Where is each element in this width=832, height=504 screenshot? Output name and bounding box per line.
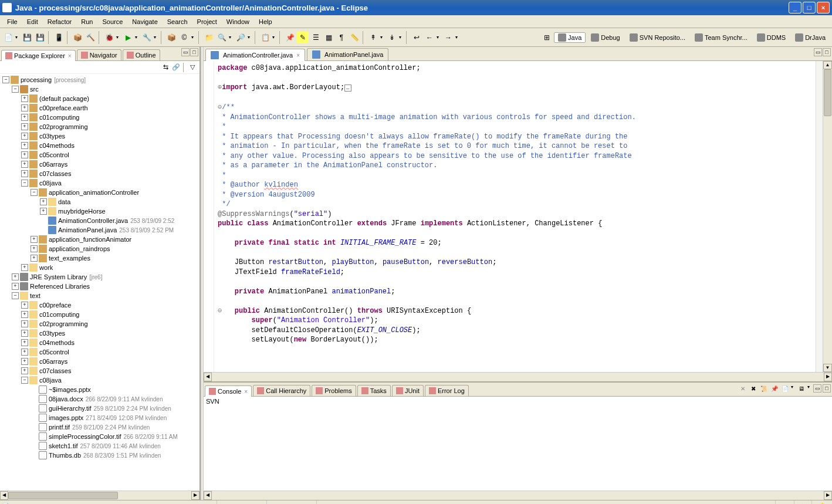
bottom-minimize-button[interactable]: ▭ [813,384,821,393]
perspective-ddms[interactable]: DDMS [753,32,790,43]
highlight-button[interactable]: ✎ [297,32,309,43]
collapse-all-button[interactable]: ⇆ [161,63,170,72]
tree-item[interactable]: −src [0,84,199,94]
pin-button[interactable]: 📌 [284,32,296,43]
tree-toggle[interactable]: + [21,142,28,149]
tree-item[interactable]: +c01computing [0,113,199,122]
run-button[interactable]: ▶ [122,32,134,43]
open-task-dropdown[interactable]: ▾ [229,35,234,40]
tree-item[interactable]: +text_examples [0,253,199,263]
editor-minimize-button[interactable]: ▭ [814,48,822,56]
tree-item[interactable]: +JRE System Library[jre6] [0,272,199,282]
tree-toggle[interactable]: + [21,264,28,271]
tree-item[interactable]: +c00preface [0,300,199,310]
tree-item[interactable]: +c05control [0,347,199,357]
view-tab-package-explorer[interactable]: Package Explorer× [1,50,76,61]
search-button[interactable]: 🔎 [235,32,246,43]
tree-item[interactable]: sketch1.tif257 8/20/09 11:46 AM kvlinden [0,441,199,451]
tree-item[interactable]: +c07classes [0,366,199,376]
view-tab-navigator[interactable]: Navigator [77,49,121,60]
debug-dropdown[interactable]: ▾ [116,35,121,40]
view-menu-button[interactable]: ▽ [188,63,197,72]
bottom-tab-call-hierarchy[interactable]: Call Hierarchy [253,385,310,396]
status-updates-button[interactable]: ⬆ [794,500,811,504]
tree-item[interactable]: printf.tif259 8/21/09 2:24 PM kvlinden [0,422,199,432]
tree-item[interactable]: guiHierarchy.tif259 8/21/09 2:24 PM kvli… [0,404,199,413]
status-tip-button[interactable]: 💡 [811,500,832,504]
menu-refactor[interactable]: Refactor [43,17,77,26]
status-gc-button[interactable]: 🗑 [775,500,794,504]
bottom-tab-junit[interactable]: JUnit [392,385,424,396]
close-button[interactable]: × [817,2,830,13]
console-pin-button[interactable]: 📌 [770,384,779,394]
tree-item[interactable]: images.pptx271 8/24/09 12:08 PM kvlinden [0,413,199,422]
open-type-button[interactable]: 📁 [203,32,215,43]
tree-item[interactable]: +application_functionAnimator [0,235,199,244]
search-dropdown[interactable]: ▾ [248,35,252,40]
tree-item[interactable]: +(default package) [0,94,199,103]
tree-toggle[interactable]: − [31,189,38,196]
bottom-maximize-button[interactable]: □ [823,384,831,393]
forward-button[interactable]: → [442,32,454,43]
new-button[interactable]: 📄 [2,32,14,43]
tree-item[interactable]: +c07classes [0,169,199,178]
tree-item[interactable]: +c00preface.earth [0,103,199,113]
open-perspective-button[interactable]: ⊞ [541,32,553,43]
console-body[interactable]: SVN [204,397,832,491]
tree-toggle[interactable]: + [21,358,28,365]
open-task-button[interactable]: 🔍 [216,32,228,43]
run-ext-dropdown[interactable]: ▾ [154,35,158,40]
tree-item[interactable]: Thumbs.db268 8/23/09 1:51 PM kvlinden [0,451,199,460]
tree-item[interactable]: +c06arrays [0,160,199,169]
next-annot-button[interactable]: ↡ [386,32,398,43]
menu-project[interactable]: Project [192,17,222,26]
tree-item[interactable]: +c04methods [0,338,199,347]
link-editor-button[interactable]: 🔗 [171,63,181,72]
block-button[interactable]: ▦ [323,32,334,43]
tree-item[interactable]: AnimationPanel.java253 8/19/09 2:52 PM [0,225,199,235]
tree-toggle[interactable]: − [12,86,19,93]
menu-file[interactable]: File [2,17,22,26]
perspective-svnreposito[interactable]: SVN Reposito... [625,32,689,43]
editor-scrollbar-v[interactable]: ▲ ▼ [823,61,832,372]
perspective-java[interactable]: Java [554,32,586,43]
tree-scrollbar-h[interactable]: ◀ ▶ [0,491,199,500]
tree-toggle[interactable]: + [21,170,28,177]
menu-search[interactable]: Search [163,17,192,26]
minimize-button[interactable]: _ [789,2,801,13]
new-class-button[interactable]: © [178,32,190,43]
view-tab-outline[interactable]: Outline [123,49,160,60]
overview-ruler[interactable] [816,61,823,372]
back-button[interactable]: ← [424,32,435,43]
tree-toggle[interactable]: + [21,114,28,121]
editor-gutter[interactable] [204,61,214,372]
tree-item[interactable]: AnimationController.java253 8/19/09 2:52 [0,216,199,225]
menu-window[interactable]: Window [222,17,254,26]
bottom-tab-problems[interactable]: Problems [312,385,356,396]
tree-toggle[interactable]: + [21,320,28,327]
tree-item[interactable]: +c02programming [0,122,199,131]
minimize-view-button[interactable]: ▭ [181,48,190,56]
tree-toggle[interactable]: + [21,302,28,309]
tree-toggle[interactable]: − [2,76,9,83]
console-scroll-button[interactable]: 📜 [759,384,769,394]
menu-source[interactable]: Source [97,17,127,26]
menu-help[interactable]: Help [254,17,277,26]
tree-toggle[interactable]: + [21,349,28,356]
close-tab-button[interactable]: × [296,52,300,59]
tree-toggle[interactable]: + [21,367,28,374]
editor-body[interactable]: package c08java.application_animationCon… [204,61,832,372]
tree-toggle[interactable]: + [31,236,38,243]
tree-item[interactable]: ~$images.pptx [0,385,199,394]
tree-toggle[interactable]: + [12,273,19,280]
tree-toggle[interactable]: + [21,311,28,318]
tree-item[interactable]: −application_animationController [0,188,199,197]
tree-toggle[interactable]: + [21,161,28,168]
perspective-teamsynchr[interactable]: Team Synchr... [691,32,752,43]
show-ruler-button[interactable]: 📏 [349,32,360,43]
new-package-button[interactable]: 📦 [165,32,177,43]
maximize-button[interactable]: □ [803,2,816,13]
tree-toggle[interactable]: + [31,245,38,252]
show-ws-button[interactable]: ¶ [336,32,347,43]
tree-item[interactable]: +c04methods [0,141,199,150]
